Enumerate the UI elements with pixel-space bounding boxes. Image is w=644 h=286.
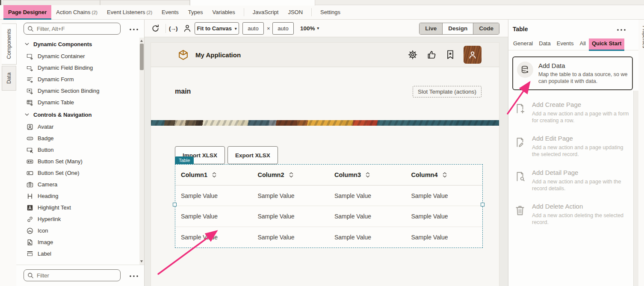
- component-group-dynamic-components[interactable]: Dynamic Components: [16, 38, 139, 50]
- sort-icon[interactable]: [212, 171, 216, 178]
- component-item-dynamic-form[interactable]: Dynamic Form: [16, 74, 139, 85]
- structure-overflow-button[interactable]: [129, 274, 139, 278]
- component-item-dynamic-table[interactable]: Dynamic Table: [16, 97, 139, 108]
- tab-page-designer[interactable]: Page Designer: [3, 5, 51, 19]
- sort-icon[interactable]: [289, 171, 293, 178]
- component-item-camera[interactable]: Camera: [16, 179, 139, 190]
- component-item-button-set-one[interactable]: Button Set (One): [16, 167, 139, 179]
- column-header-label: Column4: [411, 171, 438, 178]
- component-item-icon[interactable]: Icon: [16, 225, 139, 236]
- fit-to-canvas-dropdown[interactable]: Fit to Canvas ▾: [195, 22, 239, 35]
- quick-start-add-data[interactable]: Add DataMap the table to a data source, …: [512, 56, 633, 90]
- tab-events[interactable]: Events: [157, 5, 183, 19]
- table-row[interactable]: Sample ValueSample ValueSample ValueSamp…: [175, 186, 482, 206]
- component-item-label: Hyperlink: [38, 216, 61, 222]
- heading-icon: [27, 193, 33, 200]
- tab-settings[interactable]: Settings: [316, 5, 345, 19]
- column-header-column4[interactable]: Column4: [406, 165, 483, 185]
- table-row[interactable]: Sample ValueSample ValueSample ValueSamp…: [175, 227, 482, 248]
- slot-template-placeholder[interactable]: Slot Template (actions): [413, 86, 482, 97]
- component-item-avatar[interactable]: Avatar: [16, 121, 139, 133]
- component-item-image[interactable]: Image: [16, 236, 139, 248]
- export-xlsx-button[interactable]: Export XLSX: [227, 146, 278, 164]
- table-cell: Sample Value: [175, 227, 252, 248]
- component-item-dynamic-container[interactable]: Dynamic Container: [16, 50, 139, 62]
- file-tab-active[interactable]: [190, 0, 315, 6]
- file-tab[interactable]: [100, 0, 190, 5]
- zoom-level-dropdown[interactable]: 100% ▾: [300, 20, 319, 37]
- component-item-label: Button Set (Many): [38, 158, 83, 165]
- components-filter-input[interactable]: [37, 26, 117, 32]
- quick-start-description: Add a new action and a page with a form …: [532, 110, 631, 124]
- selection-handle-right[interactable]: [481, 203, 484, 206]
- sort-icon[interactable]: [366, 171, 370, 178]
- table-row[interactable]: Sample ValueSample ValueSample ValueSamp…: [175, 206, 482, 227]
- selection-handle-left[interactable]: [173, 203, 177, 206]
- component-item-hyperlink[interactable]: Hyperlink: [16, 213, 139, 225]
- camera-icon: [27, 181, 33, 188]
- properties-tab-general[interactable]: General: [510, 38, 536, 50]
- table-component[interactable]: Column1Column2Column3Column4Sample Value…: [175, 164, 483, 248]
- quick-start-description: Add a new action and a page updating the…: [532, 144, 631, 158]
- canvas-width-input[interactable]: [242, 22, 264, 35]
- component-item-highlight-text[interactable]: Highlight Text: [16, 202, 139, 213]
- mode-design[interactable]: Design: [442, 23, 473, 34]
- tab-action-chains[interactable]: Action Chains(2): [51, 5, 102, 19]
- quick-start-add-edit-page: Add Edit PageAdd a new action and a page…: [512, 135, 633, 158]
- flow-direction-button[interactable]: (→): [169, 20, 177, 37]
- properties-overflow-button[interactable]: [617, 28, 626, 32]
- dynamic-section-binding-icon: [27, 88, 33, 94]
- mode-code[interactable]: Code: [473, 23, 499, 34]
- component-item-heading[interactable]: Heading: [16, 190, 139, 202]
- component-item-label: Dynamic Section Binding: [38, 88, 100, 94]
- tab-variables[interactable]: Variables: [208, 5, 240, 19]
- scroll-down-arrow[interactable]: [140, 260, 143, 262]
- mode-live[interactable]: Live: [419, 23, 442, 34]
- bookmark-icon[interactable]: [446, 50, 455, 60]
- tab-label: Action Chains: [56, 9, 90, 15]
- app-header-component[interactable]: My Application: [151, 43, 499, 67]
- structure-filter-input[interactable]: [37, 272, 117, 279]
- sort-icon[interactable]: [443, 171, 447, 178]
- component-item-dynamic-section-binding[interactable]: Dynamic Section Binding: [16, 85, 139, 97]
- tab-types[interactable]: Types: [183, 5, 208, 19]
- avatar[interactable]: [464, 46, 482, 64]
- collapsed-panel-strip[interactable]: Properties: [638, 5, 644, 286]
- component-item-button[interactable]: Button: [16, 144, 139, 156]
- decorative-banner-image[interactable]: [151, 120, 499, 126]
- user-preview-button[interactable]: [183, 24, 192, 32]
- tab-event-listeners[interactable]: Event Listeners(2): [102, 5, 157, 19]
- file-tab[interactable]: [3, 0, 100, 5]
- gear-icon[interactable]: [408, 50, 418, 60]
- tab-javascript[interactable]: JavaScript: [248, 5, 284, 19]
- scroll-up-arrow[interactable]: [140, 40, 143, 42]
- tab-count: (2): [147, 10, 152, 15]
- refresh-button[interactable]: [151, 24, 160, 33]
- rail-tab-components[interactable]: Components: [2, 24, 17, 65]
- component-item-label[interactable]: Label: [16, 248, 139, 259]
- thumbs-up-icon[interactable]: [427, 50, 437, 60]
- component-item-button-set-many[interactable]: Button Set (Many): [16, 156, 139, 167]
- column-header-column2[interactable]: Column2: [252, 165, 329, 185]
- column-header-column1[interactable]: Column1: [175, 165, 252, 185]
- components-scrollbar[interactable]: [139, 38, 144, 265]
- properties-tab-data[interactable]: Data: [536, 38, 553, 50]
- tab-json[interactable]: JSON: [283, 5, 307, 19]
- components-overflow-button[interactable]: [129, 27, 139, 32]
- canvas-height-input[interactable]: [272, 22, 294, 35]
- properties-tab-quick-start[interactable]: Quick Start: [589, 38, 624, 50]
- page-heading[interactable]: main: [175, 88, 191, 95]
- properties-tab-events[interactable]: Events: [554, 38, 577, 50]
- design-canvas: My Application main Slot Template (actio…: [145, 37, 508, 286]
- app-header-icons: [408, 46, 482, 64]
- properties-tab-all[interactable]: All: [576, 38, 588, 50]
- component-group-controls-navigation[interactable]: Controls & Navigation: [16, 108, 139, 121]
- component-item-label: Icon: [38, 227, 48, 234]
- column-header-column3[interactable]: Column3: [329, 165, 406, 185]
- rail-tab-data[interactable]: Data: [2, 66, 16, 91]
- component-item-badge[interactable]: Badge: [16, 133, 139, 144]
- table-cell: Sample Value: [252, 206, 329, 226]
- component-item-dynamic-field-binding[interactable]: Dynamic Field Binding: [16, 62, 139, 74]
- scrollbar-thumb[interactable]: [140, 44, 144, 70]
- properties-scrollbar[interactable]: [633, 91, 638, 286]
